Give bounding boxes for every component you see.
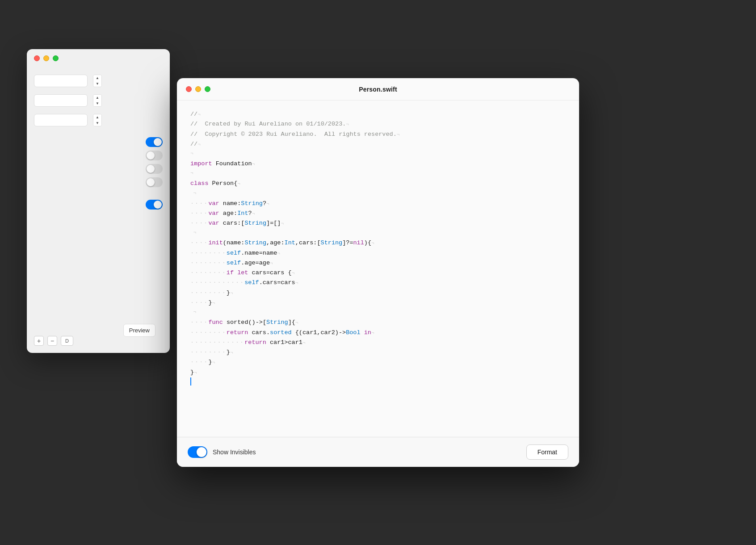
- bg-remove-button[interactable]: −: [47, 336, 57, 346]
- show-invisibles-label: Show Invisibles: [213, 449, 256, 456]
- main-window: Person.swift //¬ // Created by Rui Aurel…: [177, 78, 579, 467]
- bg-toggle-row-5: [34, 200, 163, 210]
- code-line-if-let: ········ if let cars=cars {¬: [190, 268, 566, 278]
- window-title: Person.swift: [359, 86, 397, 93]
- code-line-5: ¬: [190, 149, 566, 159]
- cursor: [190, 377, 191, 386]
- code-line-func: ···· func sorted()->[String]{¬: [190, 318, 566, 327]
- desktop: ▲ ▼ ▲ ▼ ▲ ▼: [0, 0, 756, 545]
- bg-toggle-row-3: [34, 164, 163, 174]
- show-invisibles-group: Show Invisibles: [188, 446, 256, 458]
- code-line-class: class Person{¬: [190, 179, 566, 189]
- code-line-1: //¬: [190, 109, 566, 119]
- code-line-3: // Copyright © 2023 Rui Aureliano. All r…: [190, 130, 566, 139]
- bg-toggle-5[interactable]: [146, 200, 163, 210]
- code-line-blank3: ¬: [190, 228, 566, 238]
- traffic-lights: [186, 86, 210, 92]
- code-line-4: //¬: [190, 139, 566, 149]
- bg-add-button[interactable]: +: [34, 336, 44, 346]
- bg-row-1: ▲ ▼: [34, 75, 163, 87]
- code-line-blank1: ¬: [190, 169, 566, 179]
- code-line-func-close: ···· }¬: [190, 357, 566, 367]
- bg-stepper-3[interactable]: ▲ ▼: [93, 114, 102, 126]
- code-line-class-close: }¬: [190, 368, 566, 377]
- maximize-button[interactable]: [205, 86, 210, 92]
- bg-toggle-4[interactable]: [146, 177, 163, 187]
- code-line-var-name: ···· var name:String?¬: [190, 199, 566, 209]
- code-line-var-age: ···· var age:Int?¬: [190, 209, 566, 218]
- bg-toggle-3[interactable]: [146, 164, 163, 174]
- code-line-self-age: ········ self.age=age¬: [190, 258, 566, 268]
- bg-toggle-1[interactable]: [146, 137, 163, 147]
- code-line-final-blank: [190, 377, 566, 387]
- minimize-button[interactable]: [195, 86, 201, 92]
- code-line-import: import Foundation¬: [190, 159, 566, 169]
- bg-stepper-up-3[interactable]: ▲: [93, 114, 101, 120]
- code-line-2: // Created by Rui Aureliano on 01/10/202…: [190, 119, 566, 129]
- format-button[interactable]: Format: [526, 444, 568, 460]
- bg-window-titlebar: [27, 49, 170, 67]
- bg-window-content: ▲ ▼ ▲ ▼ ▲ ▼: [27, 67, 170, 217]
- bg-row-2: ▲ ▼: [34, 94, 163, 107]
- code-line-var-cars: ···· var cars:[String]=[]¬: [190, 218, 566, 228]
- bg-toggle-row-4: [34, 177, 163, 187]
- code-line-self-cars: ············ self.cars=cars¬: [190, 278, 566, 288]
- bg-input-1[interactable]: [34, 75, 88, 87]
- bg-stepper-1[interactable]: ▲ ▼: [93, 75, 102, 87]
- bg-stepper-up-1[interactable]: ▲: [93, 75, 101, 81]
- bg-toggle-row-2: [34, 151, 163, 160]
- code-line-return-sorted: ········ return cars.sorted {(car1,car2)…: [190, 328, 566, 338]
- show-invisibles-toggle[interactable]: [188, 446, 207, 458]
- code-line-blank2: ¬: [190, 189, 566, 199]
- bottom-bar: Show Invisibles Format: [177, 437, 579, 467]
- code-line-if-close: ········ }¬: [190, 288, 566, 298]
- bg-maximize-button[interactable]: [53, 55, 59, 61]
- code-line-blank4: ¬: [190, 308, 566, 318]
- bg-close-button[interactable]: [34, 55, 40, 61]
- code-line-init-close: ···· }¬: [190, 298, 566, 308]
- bg-stepper-up-2[interactable]: ▲: [93, 95, 101, 101]
- bg-stepper-down-2[interactable]: ▼: [93, 101, 101, 106]
- bg-toggle-2[interactable]: [146, 151, 163, 160]
- code-line-self-name: ········ self.name=name¬: [190, 248, 566, 258]
- bg-stepper-2[interactable]: ▲ ▼: [93, 94, 102, 107]
- code-line-sorted-close: ········ }¬: [190, 348, 566, 357]
- code-line-init: ···· init(name:String,age:Int,cars:[Stri…: [190, 238, 566, 248]
- bg-d-button[interactable]: D: [61, 336, 73, 346]
- bg-stepper-down-3[interactable]: ▼: [93, 120, 101, 126]
- bg-preview-btn-label[interactable]: Preview: [123, 324, 155, 337]
- bg-minimize-button[interactable]: [43, 55, 49, 61]
- bg-row-3: ▲ ▼: [34, 114, 163, 126]
- titlebar: Person.swift: [177, 78, 579, 101]
- bg-input-3[interactable]: [34, 114, 88, 126]
- bg-stepper-down-1[interactable]: ▼: [93, 81, 101, 87]
- code-line-return-car: ············ return car1>car1¬: [190, 338, 566, 348]
- bg-toggle-row-1: [34, 137, 163, 147]
- close-button[interactable]: [186, 86, 192, 92]
- code-editor[interactable]: //¬ // Created by Rui Aureliano on 01/10…: [177, 101, 579, 437]
- background-window: ▲ ▼ ▲ ▼ ▲ ▼: [27, 49, 170, 353]
- bg-input-2[interactable]: [34, 94, 88, 107]
